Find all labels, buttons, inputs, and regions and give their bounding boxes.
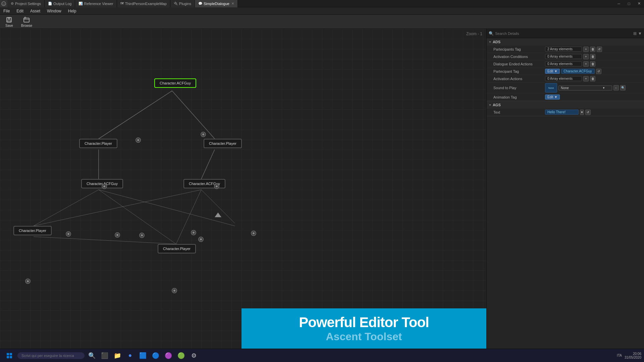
conn-dot-1	[136, 137, 141, 143]
tab-third-person-map[interactable]: 🗺 ThirdPersonExampleMap	[117, 0, 170, 7]
taskbar-taskview[interactable]: ⬛	[99, 350, 111, 362]
promo-subtitle: Ascent Toolset	[326, 330, 402, 343]
section-header-ags[interactable]: ▼ AGS	[487, 101, 644, 109]
right-panel: 🔍 ⊞ ▼ ▼ ADS Partecipants Tag 2 Array ele…	[486, 29, 644, 349]
conn-dot-5	[66, 231, 71, 237]
taskbar-search[interactable]	[17, 352, 85, 359]
add-actions-btn[interactable]: +	[583, 76, 589, 81]
taskbar-right: ITA 20:06 31/05/2020	[617, 352, 641, 359]
tab-reference-viewer[interactable]: 📊 Reference Viewer	[75, 0, 117, 7]
prop-animation-tag: Animation Tag Edit ▼	[487, 94, 644, 101]
animation-tag-value: Edit ▼	[545, 95, 641, 100]
reset-partecipant-btn[interactable]: ↺	[596, 69, 601, 74]
text-dropdown-btn[interactable]: ▼	[580, 110, 584, 115]
maximize-button[interactable]: □	[624, 0, 634, 7]
add-activation-btn[interactable]: +	[583, 54, 589, 59]
sound-dropdown[interactable]: None ▼	[558, 85, 612, 90]
tab-plugins[interactable]: 🔌 Plugins	[170, 0, 195, 7]
start-button[interactable]	[3, 349, 16, 362]
browse-button[interactable]: Browse	[18, 15, 35, 28]
triangle-icon: ▼	[489, 41, 491, 44]
svg-rect-21	[10, 356, 12, 358]
menu-bar: File Edit Asset Window Help	[0, 7, 644, 15]
taskbar-apps: 🔍 ⬛ 📁 ● 🟦 🔵 🟣 🟢 ⚙	[86, 350, 200, 362]
search-input[interactable]	[495, 32, 632, 36]
save-button[interactable]: Save	[3, 15, 16, 28]
conn-dot-2	[201, 132, 206, 137]
del-actions-btn[interactable]: 🗑	[590, 76, 595, 81]
prop-partecipants-tag: Partecipants Tag 2 Array elements + 🗑 ↺	[487, 46, 644, 53]
tab-project-settings[interactable]: ⚙ Project Settings	[7, 0, 45, 7]
add-dialogue-btn[interactable]: +	[583, 61, 589, 67]
svg-text:U: U	[3, 2, 5, 6]
arrow-left-btn[interactable]: ←	[613, 85, 619, 90]
taskbar-chrome[interactable]: ●	[124, 350, 136, 362]
reset-text-btn[interactable]: ↺	[585, 110, 591, 115]
svg-rect-19	[10, 353, 12, 355]
menu-file[interactable]: File	[0, 7, 13, 15]
search-sound-btn[interactable]: 🔍	[620, 85, 626, 90]
conn-dot-12	[172, 288, 177, 293]
taskbar-folder[interactable]: 📁	[111, 350, 123, 362]
del-dialogue-btn[interactable]: 🗑	[590, 61, 595, 67]
taskbar-datetime: 20:06 31/05/2020	[625, 352, 641, 359]
del-activation-btn[interactable]: 🗑	[590, 54, 595, 59]
taskbar-ue[interactable]: ⚙	[188, 350, 200, 362]
conn-dot-7	[139, 233, 145, 238]
ags-label: AGS	[493, 103, 501, 107]
activation-actions-value: 0 Array elements + 🗑	[545, 76, 641, 81]
close-button[interactable]: ✕	[634, 0, 644, 7]
taskbar-app1[interactable]: 🟦	[137, 350, 149, 362]
animation-tag-label: Animation Tag	[493, 95, 544, 99]
prop-sound-to-play: Sound to Play None None ▼ ← 🔍	[487, 82, 644, 94]
node-player-right[interactable]: Character.Player	[204, 139, 242, 148]
grid-view-icon[interactable]: ⊞	[633, 31, 637, 36]
node-player-bottom-center[interactable]: Character.Player	[158, 244, 196, 253]
taskbar-app2[interactable]: 🔵	[150, 350, 162, 362]
triangle-icon-ags: ▼	[489, 104, 491, 107]
node-player-far-left[interactable]: Character.Player	[13, 226, 52, 235]
ads-label: ADS	[493, 40, 500, 44]
search-bar: 🔍 ⊞ ▼	[487, 29, 644, 38]
canvas[interactable]: Zoom - 1 Character.ACFGuy Chara	[0, 29, 486, 349]
tab-output-log[interactable]: 📄 Output Log	[45, 0, 75, 7]
taskbar-app4[interactable]: 🟢	[175, 350, 187, 362]
menu-help[interactable]: Help	[65, 7, 80, 15]
browse-icon	[23, 16, 30, 23]
reset-partecipants-btn[interactable]: ↺	[597, 47, 602, 52]
svg-rect-5	[24, 18, 29, 22]
taskbar-app3[interactable]: 🟣	[162, 350, 174, 362]
dialogue-ended-array: 0 Array elements	[545, 61, 582, 66]
node-player-left[interactable]: Character.Player	[79, 139, 117, 148]
connections-svg	[0, 29, 486, 349]
activation-cond-array: 0 Array elements	[545, 54, 582, 59]
taskbar-search-app[interactable]: 🔍	[86, 350, 98, 362]
minimize-button[interactable]: ─	[614, 0, 624, 7]
menu-window[interactable]: Window	[44, 7, 65, 15]
node-acfguy-top[interactable]: Character.ACFGuy	[154, 78, 196, 88]
panel-options-icon[interactable]: ▼	[638, 31, 642, 36]
svg-line-15	[99, 190, 235, 226]
activation-cond-value: 0 Array elements + 🗑	[545, 54, 641, 59]
section-header-ads[interactable]: ▼ ADS	[487, 38, 644, 46]
edit-animation-btn[interactable]: Edit ▼	[545, 95, 560, 100]
menu-edit[interactable]: Edit	[13, 7, 27, 15]
panel-section-ags: ▼ AGS Text Hello There! ▼ ↺	[487, 101, 644, 116]
search-icon: 🔍	[489, 31, 494, 36]
tab-simple-dialogue[interactable]: 💬 SimpleDialogue ✕	[195, 0, 238, 7]
edit-partecipant-btn[interactable]: Edit ▼	[545, 69, 560, 74]
conn-dot-3	[102, 184, 107, 189]
ue-logo: U	[0, 0, 7, 7]
del-partecipants-btn[interactable]: 🗑	[590, 47, 595, 52]
menu-asset[interactable]: Asset	[27, 7, 44, 15]
conn-dot-10	[251, 231, 256, 236]
partecipants-tag-value: 2 Array elements + 🗑 ↺	[545, 47, 641, 52]
conn-dot-9	[198, 237, 204, 242]
zoom-indicator: Zoom - 1	[466, 32, 482, 36]
svg-line-14	[176, 190, 201, 244]
window-controls: ─ □ ✕	[614, 0, 644, 7]
svg-rect-20	[7, 356, 9, 358]
add-partecipants-btn[interactable]: +	[583, 47, 589, 52]
title-bar: U ⚙ Project Settings 📄 Output Log 📊 Refe…	[0, 0, 644, 7]
sound-to-play-label: Sound to Play	[493, 86, 544, 90]
